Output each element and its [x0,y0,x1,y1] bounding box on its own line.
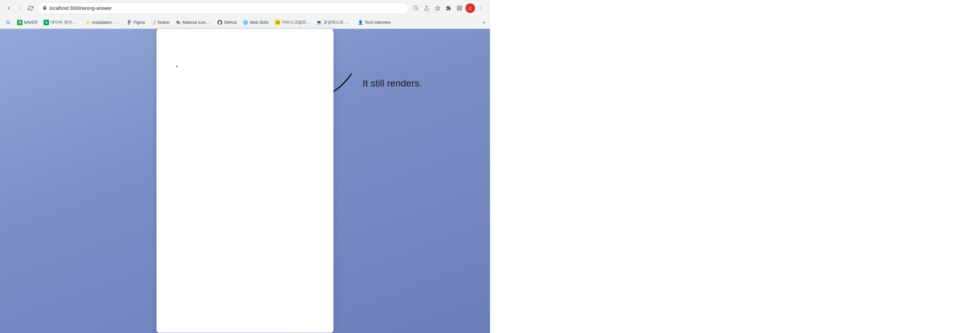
bookmark-notion[interactable]: 📝 Notion [148,19,172,26]
bookmark-techint[interactable]: 👤 Tech Interview [355,19,394,26]
svg-point-8 [481,8,482,8]
material-favicon: 🎭 [176,20,181,25]
bookmark-webskills[interactable]: 🌐 Web Skills [240,19,272,26]
techint-favicon: 👤 [358,20,363,25]
dict-favicon: N [43,20,49,25]
bookmark-github[interactable]: GitHub [215,19,239,26]
install-favicon: ⚡ [85,20,91,25]
white-card [156,29,334,333]
bookmark-figma[interactable]: Figma [124,19,147,26]
bookmark-star-button[interactable] [433,3,442,13]
svg-rect-6 [457,8,459,10]
page-content: It still renders. Questions You Have to … [0,29,490,333]
toolbar-right: C [411,3,486,13]
svg-rect-4 [460,6,461,8]
browser-toolbar: localhost:3000/wrong-answer [0,0,490,16]
webskills-favicon: 🌐 [243,20,248,25]
dot-indicator [176,66,178,67]
reload-button[interactable] [26,3,35,13]
svg-point-0 [414,6,417,10]
browser-chrome: localhost:3000/wrong-answer [0,0,490,29]
bookmark-install-label: Installation - Mate... [92,20,121,25]
google-favicon: G [5,20,11,25]
bookmark-github-label: GitHub [224,20,237,25]
bookmark-naver[interactable]: N NAVER [14,19,40,26]
bookmark-material-label: Material Icons - M... [182,20,211,25]
codetest-favicon: 💻 [317,20,322,25]
svg-rect-5 [460,8,461,10]
address-bar[interactable]: localhost:3000/wrong-answer [38,2,408,14]
naver-favicon: N [17,20,22,25]
bookmark-notion-label: Notion [158,20,170,25]
bookmark-figma-label: Figma [134,20,145,25]
lock-icon [43,5,47,11]
bookmark-material[interactable]: 🎭 Material Icons - M... [173,19,214,26]
nav-buttons [4,3,35,13]
bookmark-codetest-label: 코딩테스트 해답 [323,19,352,25]
svg-point-9 [481,10,482,10]
svg-point-7 [481,6,482,7]
extensions-button[interactable] [444,3,453,13]
forward-button[interactable] [15,3,24,13]
bookmark-webskills-label: Web Skills [250,20,269,25]
profile-button[interactable]: C [466,3,475,13]
jsalgo-favicon: JS [275,20,280,25]
bookmark-dict[interactable]: N 네이버 영어사전 [41,18,82,26]
annotation-text: It still renders. [363,78,422,89]
back-button[interactable] [4,3,14,13]
bookmarks-bar: G N NAVER N 네이버 영어사전 ⚡ Installation - Ma… [0,16,490,29]
bookmark-naver-label: NAVER [24,20,37,25]
bookmarks-more-button[interactable]: » [481,19,487,26]
share-button[interactable] [422,3,431,13]
bookmark-google[interactable]: G [3,19,14,26]
search-button[interactable] [411,3,421,13]
github-favicon [217,20,223,25]
notion-favicon: 📝 [151,20,156,25]
bookmark-dict-label: 네이버 영어사전 [50,19,79,25]
svg-marker-2 [435,6,440,10]
figma-favicon [127,20,132,25]
more-button[interactable] [476,3,486,13]
svg-rect-3 [457,6,459,8]
bookmark-techint-label: Tech Interview [365,20,391,25]
bookmark-codetest[interactable]: 💻 코딩테스트 해답 [314,18,355,26]
window-button[interactable] [455,3,464,13]
bookmark-jsalgo-label: 자바스크립트 알고리즘 [282,19,310,25]
bookmark-install[interactable]: ⚡ Installation - Mate... [82,19,123,26]
bookmark-jsalgo[interactable]: JS 자바스크립트 알고리즘 [272,18,313,26]
url-text: localhost:3000/wrong-answer [50,5,404,11]
